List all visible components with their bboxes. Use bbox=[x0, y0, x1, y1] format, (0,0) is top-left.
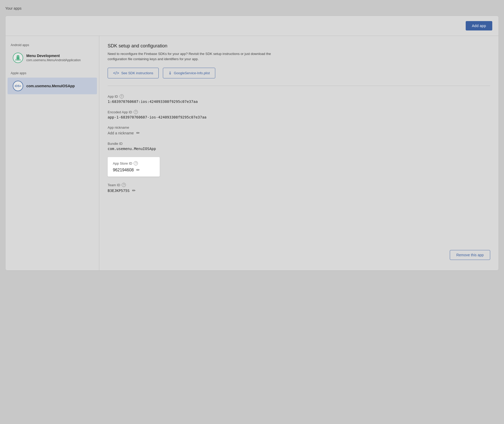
app-store-id-card: App Store ID ? 962194608 ✏ bbox=[108, 157, 160, 177]
team-id-value-row: B3EJKP575S ✏ bbox=[108, 188, 490, 193]
encoded-app-id-help-icon[interactable]: ? bbox=[134, 110, 138, 114]
team-id-label: Team ID ? bbox=[108, 183, 490, 187]
sidebar: Android apps Menu Development com.usemen… bbox=[5, 36, 99, 270]
encoded-app-id-label: Encoded App ID ? bbox=[108, 110, 490, 114]
team-id-section: Team ID ? B3EJKP575S ✏ bbox=[108, 183, 490, 193]
sdk-description: Need to reconfigure the Firebase SDKs fo… bbox=[108, 51, 290, 61]
app-id-label: App ID ? bbox=[108, 94, 490, 98]
encoded-app-id-value: app-1-683970760607-ios-424093308f9295c07… bbox=[108, 115, 490, 119]
app-id-value: 1:683970760607:ios:424093308f9295c07e37a… bbox=[108, 99, 490, 104]
sidebar-item-ios[interactable]: iOS+ com.usemenu.MenuIOSApp bbox=[8, 78, 97, 94]
card-header: Add app bbox=[5, 16, 499, 36]
android-section-label: Android apps bbox=[5, 41, 99, 49]
add-app-button[interactable]: Add app bbox=[466, 21, 492, 30]
download-btn-label: GoogleService-Info.plist bbox=[174, 71, 210, 75]
android-app-icon bbox=[13, 53, 23, 63]
app-id-help-icon[interactable]: ? bbox=[120, 94, 124, 98]
page-title: Your apps bbox=[5, 5, 499, 11]
apple-section-label: Apple apps bbox=[5, 69, 99, 77]
sdk-icon: </> bbox=[113, 71, 119, 76]
team-id-help-icon[interactable]: ? bbox=[122, 183, 126, 187]
app-id-section: App ID ? 1:683970760607:ios:424093308f92… bbox=[108, 94, 490, 104]
sdk-section: SDK setup and configuration Need to reco… bbox=[108, 43, 490, 86]
app-store-id-value-row: 962194608 ✏ bbox=[113, 167, 155, 172]
ios-app-name: com.usemenu.MenuIOSApp bbox=[26, 84, 75, 88]
bundle-id-value: com.usemenu.MenuIOSApp bbox=[108, 147, 490, 151]
android-app-name: Menu Development bbox=[26, 54, 81, 58]
nickname-placeholder: Add a nickname bbox=[108, 131, 134, 135]
download-plist-button[interactable]: ⇓ GoogleService-Info.plist bbox=[163, 68, 215, 78]
main-card: Add app Android apps Menu Development co… bbox=[5, 16, 499, 271]
app-store-id-edit-icon[interactable]: ✏ bbox=[136, 167, 140, 172]
app-store-id-value: 962194608 bbox=[113, 168, 134, 172]
team-id-value: B3EJKP575S bbox=[108, 189, 130, 193]
android-app-info: Menu Development com.usemenu.MenuAndroid… bbox=[26, 54, 81, 62]
ios-app-info: com.usemenu.MenuIOSApp bbox=[26, 84, 75, 88]
content-area: Android apps Menu Development com.usemen… bbox=[5, 36, 499, 270]
download-icon: ⇓ bbox=[168, 71, 172, 76]
app-nickname-label: App nickname bbox=[108, 126, 490, 129]
remove-app-button[interactable]: Remove this app bbox=[450, 250, 490, 260]
sdk-btn-label: See SDK instructions bbox=[121, 71, 153, 75]
app-store-id-help-icon[interactable]: ? bbox=[134, 161, 138, 165]
encoded-app-id-section: Encoded App ID ? app-1-683970760607-ios-… bbox=[108, 110, 490, 119]
see-sdk-instructions-button[interactable]: </> See SDK instructions bbox=[108, 68, 159, 78]
main-content: SDK setup and configuration Need to reco… bbox=[99, 36, 499, 270]
sidebar-item-android[interactable]: Menu Development com.usemenu.MenuAndroid… bbox=[8, 49, 97, 66]
ios-app-icon: iOS+ bbox=[13, 81, 23, 91]
sdk-title: SDK setup and configuration bbox=[108, 43, 490, 49]
nickname-edit-icon[interactable]: ✏ bbox=[136, 130, 140, 135]
nickname-row: Add a nickname ✏ bbox=[108, 130, 490, 135]
bundle-id-label: Bundle ID bbox=[108, 142, 490, 146]
android-app-bundle: com.usemenu.MenuAndroidApplication bbox=[26, 58, 81, 62]
bundle-id-section: Bundle ID com.usemenu.MenuIOSApp bbox=[108, 142, 490, 151]
app-store-id-label: App Store ID ? bbox=[113, 161, 155, 165]
team-id-edit-icon[interactable]: ✏ bbox=[132, 188, 136, 193]
sdk-buttons: </> See SDK instructions ⇓ GoogleService… bbox=[108, 68, 490, 86]
app-nickname-section: App nickname Add a nickname ✏ bbox=[108, 126, 490, 135]
